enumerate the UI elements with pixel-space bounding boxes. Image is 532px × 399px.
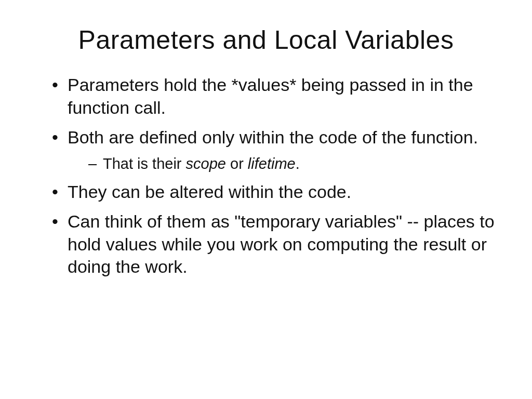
bullet-item: Can think of them as "temporary variable… [52,210,501,278]
sub-bullet-item: That is their scope or lifetime. [88,154,501,174]
italic-term: lifetime [248,155,296,172]
sub-bullet-text: or [226,155,248,172]
sub-bullet-list: That is their scope or lifetime. [68,154,501,174]
bullet-list: Parameters hold the *values* being passe… [31,74,501,278]
italic-term: scope [186,155,226,172]
slide: Parameters and Local Variables Parameter… [0,0,532,399]
bullet-item: Parameters hold the *values* being passe… [52,74,501,119]
bullet-item: Both are defined only within the code of… [52,126,501,174]
sub-bullet-text: That is their [103,155,186,172]
slide-title: Parameters and Local Variables [31,25,501,55]
bullet-text: Both are defined only within the code of… [68,127,478,147]
bullet-item: They can be altered within the code. [52,181,501,204]
sub-bullet-text: . [296,155,300,172]
